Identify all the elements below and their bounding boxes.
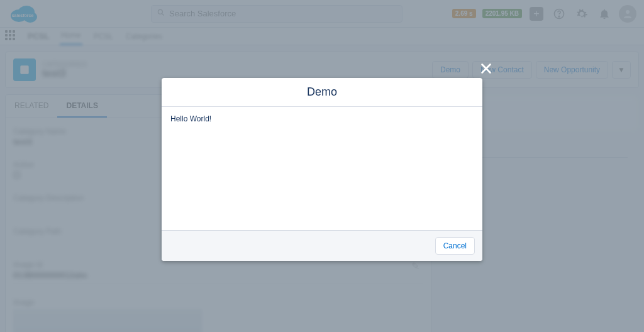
demo-modal: Demo Hello World! Cancel bbox=[162, 78, 482, 261]
modal-body: Hello World! bbox=[162, 107, 482, 230]
modal-title: Demo bbox=[162, 78, 482, 107]
modal-footer: Cancel bbox=[162, 230, 482, 261]
modal-close-button[interactable] bbox=[478, 60, 494, 77]
cancel-button[interactable]: Cancel bbox=[435, 237, 475, 255]
